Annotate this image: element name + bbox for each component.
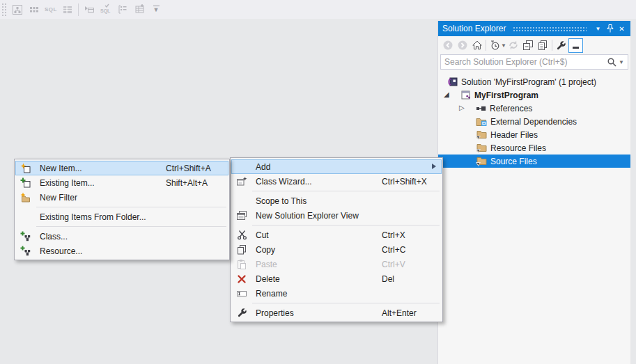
- menu-item-existing-items-from-folder[interactable]: Existing Items From Folder...: [15, 209, 228, 224]
- menu-item-resource[interactable]: Resource...: [15, 244, 228, 258]
- list-icon[interactable]: [114, 1, 131, 18]
- menu-item-cut[interactable]: Cut Ctrl+X: [231, 228, 442, 242]
- sync-icon[interactable]: [506, 38, 521, 53]
- svg-text:SQL: SQL: [100, 8, 111, 14]
- tree-item-source-files[interactable]: Source Files: [438, 155, 630, 168]
- solution-tree: Solution 'MyFirstProgram' (1 project) ◢ …: [438, 72, 630, 168]
- tree-item-project[interactable]: ◢ MyFirstProgram: [438, 88, 630, 102]
- pending-changes-filter-icon[interactable]: [488, 38, 502, 53]
- filter-folder-icon: [476, 143, 487, 153]
- close-icon[interactable]: ✕: [616, 23, 628, 35]
- rename-icon: [231, 288, 252, 299]
- filter-folder-icon: [476, 129, 487, 140]
- search-box: ▼: [440, 54, 628, 70]
- new-solution-explorer-view-icon: [231, 210, 252, 221]
- search-input[interactable]: [441, 57, 607, 67]
- sql-icon[interactable]: SQL: [42, 1, 59, 18]
- sql-check-icon[interactable]: SQL: [98, 1, 114, 18]
- home-icon[interactable]: [470, 38, 484, 53]
- delete-icon: [231, 274, 252, 284]
- solution-explorer-titlebar[interactable]: Solution Explorer ▼ ✕: [438, 21, 630, 36]
- tree-item-references[interactable]: ▷ References: [438, 102, 630, 115]
- existing-item-icon: [15, 177, 36, 189]
- new-item-icon: [15, 163, 36, 174]
- window-position-caret-icon[interactable]: ▼: [592, 23, 604, 35]
- pin-icon[interactable]: [604, 23, 616, 35]
- solution-icon: [447, 77, 458, 87]
- preview-selected-item-icon[interactable]: [568, 38, 583, 53]
- menu-item-properties[interactable]: Properties Alt+Enter: [231, 306, 442, 320]
- menu-separator: [252, 225, 440, 225]
- tree-item-solution[interactable]: Solution 'MyFirstProgram' (1 project): [438, 75, 630, 88]
- data-grid-icon[interactable]: [26, 1, 42, 18]
- filter-folder-icon: [476, 156, 487, 166]
- references-icon: [476, 103, 486, 113]
- search-options-caret-icon[interactable]: ▼: [617, 59, 628, 65]
- paste-icon: [231, 259, 252, 270]
- menu-item-new-filter[interactable]: New Filter: [15, 190, 228, 205]
- submenu-arrow-icon: [432, 164, 436, 169]
- menu-separator: [252, 191, 440, 191]
- table-icon[interactable]: [59, 1, 76, 18]
- show-all-files-icon[interactable]: [536, 38, 550, 53]
- toolbar-separator: [78, 3, 79, 16]
- copy-icon: [231, 244, 252, 255]
- forward-icon[interactable]: [455, 38, 470, 53]
- new-filter-icon: [15, 192, 36, 203]
- menu-item-class-wizard[interactable]: Class Wizard... Ctrl+Shift+X: [231, 174, 442, 189]
- run-to-frame-icon[interactable]: [81, 1, 98, 18]
- menu-item-new-solution-explorer-view[interactable]: New Solution Explorer View: [231, 208, 442, 223]
- external-dependencies-folder-icon: [476, 116, 487, 127]
- context-menu: Add Class Wizard... Ctrl+Shift+X Scope t…: [230, 157, 443, 322]
- tree-item-external-dependencies[interactable]: External Dependencies: [438, 115, 630, 128]
- tree-item-resource-files[interactable]: Resource Files: [438, 141, 630, 155]
- collapse-all-icon[interactable]: [521, 38, 536, 53]
- tree-item-header-files[interactable]: Header Files: [438, 128, 630, 141]
- menu-item-scope-to-this[interactable]: Scope to This: [231, 193, 442, 208]
- properties-icon[interactable]: [554, 38, 568, 53]
- menu-item-add[interactable]: Add: [231, 159, 442, 174]
- cpp-project-icon: [460, 90, 471, 100]
- add-submenu: New Item... Ctrl+Shift+A Existing Item..…: [14, 159, 230, 260]
- add-resource-icon: [15, 246, 36, 257]
- cut-icon: [231, 230, 252, 240]
- menu-item-delete[interactable]: Delete Del: [231, 271, 442, 286]
- titlebar-texture: [513, 26, 587, 33]
- menu-item-copy[interactable]: Copy Ctrl+C: [231, 242, 442, 257]
- org-chart-icon[interactable]: [9, 1, 26, 18]
- main-toolbar: SQL SQL ▼: [0, 0, 636, 19]
- menu-separator: [36, 226, 226, 227]
- menu-item-rename[interactable]: Rename: [231, 286, 442, 301]
- menu-item-existing-item[interactable]: Existing Item... Shift+Alt+A: [15, 175, 228, 190]
- overflow-icon[interactable]: ▼: [148, 1, 164, 18]
- toolbar-drag-handle[interactable]: [1, 3, 6, 17]
- panel-title: Solution Explorer: [442, 24, 506, 33]
- search-icon[interactable]: [607, 57, 617, 68]
- menu-item-new-item[interactable]: New Item... Ctrl+Shift+A: [15, 161, 228, 175]
- filter-caret-icon[interactable]: ▼: [501, 42, 506, 49]
- add-class-icon: [15, 231, 36, 242]
- expander-closed-icon[interactable]: ▷: [459, 104, 465, 111]
- new-table-icon[interactable]: [131, 1, 148, 18]
- menu-separator: [36, 207, 226, 207]
- menu-item-paste[interactable]: Paste Ctrl+V: [231, 257, 442, 271]
- menu-separator: [252, 303, 440, 303]
- solution-explorer-panel: Solution Explorer ▼ ✕ ▼: [437, 21, 630, 364]
- menu-item-class[interactable]: Class...: [15, 229, 228, 244]
- class-wizard-icon: [231, 176, 252, 187]
- expander-open-icon[interactable]: ◢: [444, 91, 449, 98]
- properties-icon: [231, 308, 252, 318]
- back-icon[interactable]: [440, 38, 455, 53]
- solution-explorer-toolbar: ▼: [438, 36, 630, 54]
